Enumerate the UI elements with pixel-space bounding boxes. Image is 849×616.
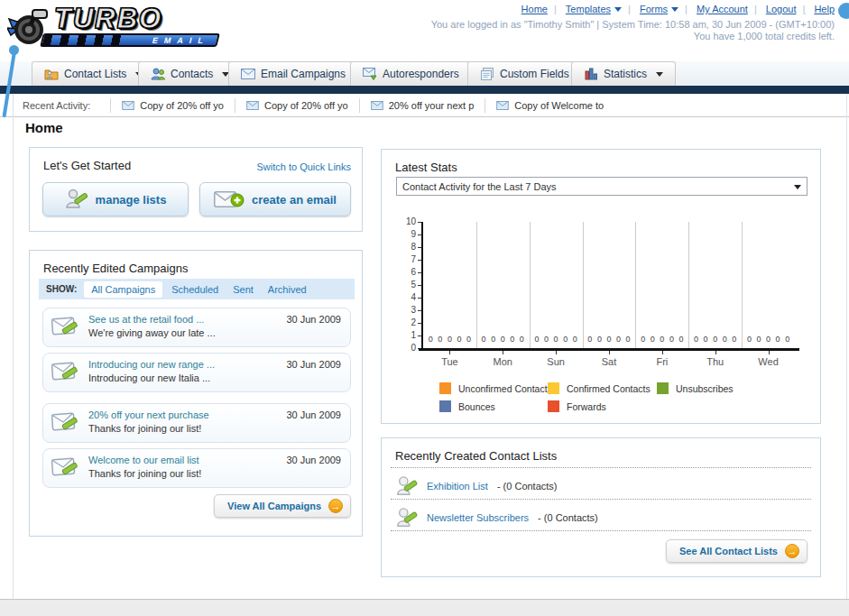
email-icon xyxy=(122,101,134,110)
campaign-subtitle: We're giving away our late ... xyxy=(88,327,216,338)
tab-contacts[interactable]: Contacts xyxy=(138,61,242,86)
campaign-row: Introducing our new range ... Introducin… xyxy=(42,353,351,392)
legend-swatch xyxy=(657,382,669,394)
email-icon xyxy=(371,101,383,110)
filter-scheduled[interactable]: Scheduled xyxy=(171,284,218,295)
footer-strip xyxy=(0,599,849,616)
campaign-subtitle: Introducing our new Italia ... xyxy=(88,372,210,383)
campaign-title-link[interactable]: 20% off your next purchase xyxy=(88,409,209,420)
get-started-panel: Let's Get Started Switch to Quick Links … xyxy=(29,147,363,232)
email-icon xyxy=(496,101,509,110)
contact-lists-title: Recently Created Contact Lists xyxy=(395,449,557,463)
switch-to-quick-links[interactable]: Switch to Quick Links xyxy=(256,161,351,172)
edited-email-icon xyxy=(51,457,80,481)
dotted-divider xyxy=(391,467,811,468)
latest-stats-panel: Latest Stats Contact Activity for the La… xyxy=(381,149,821,424)
contact-list-count: - (0 Contacts) xyxy=(497,481,558,492)
campaign-row: 20% off your next purchase Thanks for jo… xyxy=(42,403,351,443)
custom-fields-icon xyxy=(480,68,494,81)
edited-email-icon xyxy=(51,412,80,436)
edit-list-icon xyxy=(396,474,418,498)
contact-lists-panel: Recently Created Contact Lists Exhibitio… xyxy=(381,437,821,577)
campaign-date: 30 Jun 2009 xyxy=(286,409,341,420)
stats-report-select[interactable]: Contact Activity for the Last 7 Days xyxy=(396,177,807,196)
campaign-row: Welcome to our email list Thanks for joi… xyxy=(42,448,351,488)
logo-banner: EMAIL xyxy=(40,33,220,47)
header-link-my-account[interactable]: My Account xyxy=(697,4,763,14)
chart-legend: Unconfirmed ContactsConfirmed ContactsUn… xyxy=(439,382,734,412)
header-link-logout[interactable]: Logout xyxy=(766,4,812,14)
campaign-subtitle: Thanks for joining our list! xyxy=(88,423,201,434)
campaign-title-link[interactable]: Introducing our new range ... xyxy=(88,359,215,370)
page-title: Home xyxy=(25,120,63,135)
credits-text: You have 1,000 total credits left. xyxy=(694,31,835,41)
latest-stats-title: Latest Stats xyxy=(395,161,457,174)
recent-activity-item[interactable]: 20% off your next p xyxy=(359,98,485,113)
contact-list-row: Newsletter Subscribers - (0 Contacts) xyxy=(396,505,598,530)
recent-campaigns-title: Recently Edited Campaigns xyxy=(43,262,188,275)
see-all-contact-lists-button[interactable]: See All Contact Lists → xyxy=(666,539,807,563)
header-links: Home Templates Forms My Account Logout H… xyxy=(521,4,835,14)
logo-stripes xyxy=(42,35,125,45)
legend-swatch xyxy=(548,400,559,412)
contacts-icon xyxy=(151,67,165,81)
header-link-forms[interactable]: Forms xyxy=(640,4,694,14)
header-link-help[interactable]: Help xyxy=(814,4,835,14)
legend-item: Unsubscribes xyxy=(657,382,734,394)
chevron-down-icon xyxy=(614,7,622,12)
legend-item: Unconfirmed Contacts xyxy=(439,382,548,394)
campaign-title-link[interactable]: See us at the retail food ... xyxy=(88,314,204,325)
legend-item: Bounces xyxy=(439,400,548,412)
recent-campaigns-panel: Recently Edited Campaigns SHOW: All Camp… xyxy=(29,250,363,537)
dotted-divider xyxy=(391,530,811,531)
campaign-row: See us at the retail food ... We're givi… xyxy=(42,308,351,347)
contact-list-link[interactable]: Exhibition List xyxy=(427,481,488,492)
header: TURBO EMAIL Home Templates Forms My Acco… xyxy=(0,0,849,61)
decorative-dot xyxy=(838,3,849,19)
logo-title: TURBO xyxy=(54,3,162,34)
get-started-title: Let's Get Started xyxy=(43,159,131,172)
tab-contact-lists[interactable]: Contact Lists xyxy=(32,61,155,86)
filter-all-campaigns[interactable]: All Campaigns xyxy=(84,281,162,298)
contact-activity-chart: 01234567891000000Tue00000Mon00000Sun0000… xyxy=(394,209,809,377)
chevron-down-icon xyxy=(671,7,678,12)
manage-lists-icon xyxy=(65,188,88,210)
contact-list-link[interactable]: Newsletter Subscribers xyxy=(427,512,529,523)
header-link-home[interactable]: Home xyxy=(521,4,563,14)
arrow-right-icon: → xyxy=(785,544,799,558)
campaign-subtitle: Thanks for joining our list! xyxy=(88,468,201,479)
campaign-date: 30 Jun 2009 xyxy=(286,455,341,465)
create-email-button[interactable]: create an email xyxy=(199,182,351,216)
filter-sent[interactable]: Sent xyxy=(233,284,254,295)
campaign-date: 30 Jun 2009 xyxy=(286,359,341,370)
navy-divider-bar xyxy=(0,86,849,94)
logo-subtitle: EMAIL xyxy=(152,36,210,45)
edited-email-icon xyxy=(51,362,80,385)
recent-activity-item[interactable]: Copy of 20% off yo xyxy=(235,98,359,113)
create-email-icon xyxy=(214,188,245,210)
campaign-filter-bar: SHOW: All Campaigns Scheduled Sent Archi… xyxy=(39,279,355,299)
legend-swatch xyxy=(439,400,451,412)
contact-lists-icon xyxy=(44,67,59,81)
contact-list-count: - (0 Contacts) xyxy=(538,512,598,523)
tab-statistics[interactable]: Statistics xyxy=(571,61,676,86)
statistics-icon xyxy=(584,68,598,80)
view-all-campaigns-button[interactable]: View All Campaigns → xyxy=(214,494,351,518)
header-link-templates[interactable]: Templates xyxy=(566,4,637,14)
contact-list-row: Exhibition List - (0 Contacts) xyxy=(396,473,558,499)
campaign-title-link[interactable]: Welcome to our email list xyxy=(88,455,199,465)
edit-list-icon xyxy=(396,506,418,529)
app-window: TURBO EMAIL Home Templates Forms My Acco… xyxy=(0,0,849,616)
app-logo[interactable]: TURBO EMAIL xyxy=(7,3,224,53)
recent-activity-item[interactable]: Copy of Welcome to xyxy=(484,98,614,113)
manage-lists-button[interactable]: manage lists xyxy=(42,182,189,216)
select-arrow-icon xyxy=(794,185,801,189)
chevron-down-icon xyxy=(656,72,663,77)
login-status-text: You are logged in as "Timothy Smith" | S… xyxy=(431,19,835,30)
filter-archived[interactable]: Archived xyxy=(268,284,307,295)
email-icon xyxy=(246,101,259,110)
recent-activity-item[interactable]: Copy of 20% off yo xyxy=(110,98,235,113)
legend-swatch xyxy=(548,382,559,394)
recent-activity-bar: Recent Activity: Copy of 20% off yo Copy… xyxy=(0,94,849,117)
main-navigation: Contact Lists Contacts Email Campaigns xyxy=(0,61,849,86)
